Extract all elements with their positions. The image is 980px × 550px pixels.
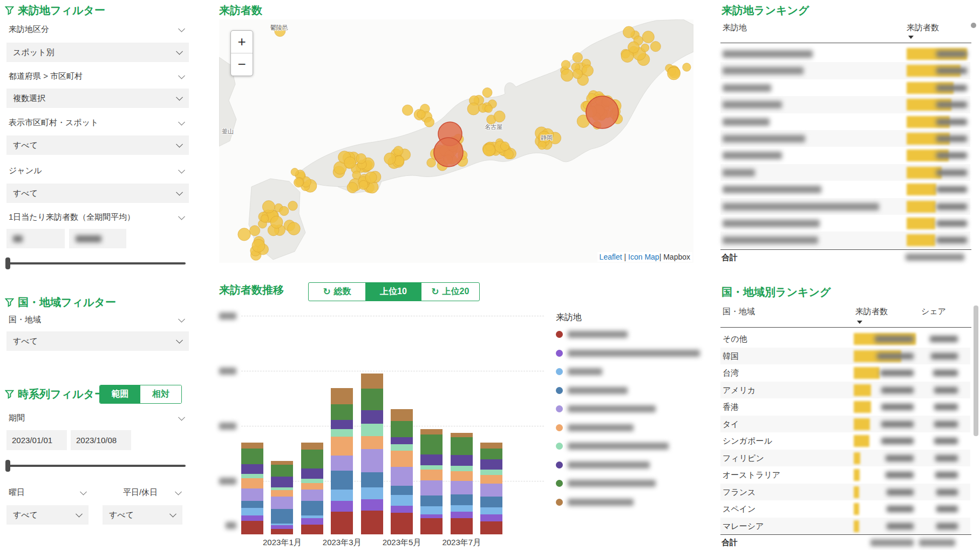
stacked-bar[interactable] [271,461,293,534]
bar-segment[interactable] [391,409,413,421]
toggle-range-button[interactable]: 範囲 [100,385,140,403]
dropdown-spot[interactable]: すべて [6,135,189,155]
dropdown-country[interactable]: すべて [6,331,189,351]
bar-segment[interactable] [480,459,502,469]
trend-button-3[interactable]: ↻上位20 [421,283,479,301]
visitor-dot[interactable] [424,117,434,127]
table-row[interactable] [720,79,970,96]
bar-segment[interactable] [331,501,353,512]
table-row[interactable]: アメリカ [720,382,970,399]
visitor-dot[interactable] [538,141,547,150]
zoom-out-button[interactable]: − [231,53,253,76]
toggle-relative-button[interactable]: 相対 [140,385,181,403]
scrollbar-thumb[interactable] [974,305,978,436]
bar-segment[interactable] [391,486,413,495]
bar-segment[interactable] [301,490,323,501]
visitor-dot[interactable] [288,201,298,211]
bar-segment[interactable] [241,474,263,478]
visitor-dot[interactable] [467,103,480,115]
bar-segment[interactable] [271,497,293,509]
bar-segment[interactable] [420,454,443,465]
bar-segment[interactable] [271,490,293,497]
hotspot-circle[interactable] [434,138,463,167]
bar-segment[interactable] [331,388,353,404]
bar-segment[interactable] [391,513,413,534]
table-row[interactable] [720,113,970,130]
legend-item[interactable] [556,350,700,357]
visitor-dot[interactable] [683,63,691,71]
collapse-chevron-icon[interactable] [178,72,185,79]
bar-segment[interactable] [331,404,353,420]
bar-segment[interactable] [301,443,323,450]
table-row[interactable] [720,232,970,248]
bar-segment[interactable] [420,429,443,434]
bar-segment[interactable] [241,443,263,449]
bar-segment[interactable] [271,525,293,529]
legend-item[interactable] [556,331,628,338]
trend-button-2[interactable]: 上位10 [365,283,421,301]
bar-segment[interactable] [451,518,473,534]
sort-descending-icon[interactable] [908,36,914,39]
stacked-bar[interactable] [241,443,263,534]
bar-segment[interactable] [271,509,293,524]
visitor-dot[interactable] [573,69,582,79]
period-range-slider[interactable] [6,465,186,467]
table-row[interactable]: シンガポール [720,432,970,450]
legend-item[interactable] [556,405,656,412]
visitor-dot[interactable] [344,157,356,169]
visitor-dot[interactable] [628,42,639,53]
ranking-col-place[interactable]: 来訪地 [723,23,747,33]
bar-segment[interactable] [331,471,353,490]
visitor-dot[interactable] [359,180,368,189]
visitor-dot[interactable] [252,239,265,252]
bar-segment[interactable] [391,421,413,437]
date-from-input[interactable]: 2023/01/01 [6,430,67,450]
bar-segment[interactable] [451,466,473,471]
max-visitors-input[interactable] [69,229,126,248]
visitor-dot[interactable] [573,52,583,63]
visitor-dot[interactable] [561,69,574,82]
table-row[interactable] [720,181,970,198]
visitor-dot[interactable] [280,206,289,215]
slider-handle[interactable] [5,257,10,269]
visitor-dot[interactable] [641,44,649,52]
bar-segment[interactable] [480,443,502,449]
bar-segment[interactable] [271,461,293,465]
table-row[interactable]: 韓国 [720,348,970,365]
bar-segment[interactable] [301,483,323,490]
bar-segment[interactable] [301,518,323,525]
dropdown-weekday[interactable]: すべて [6,505,89,525]
visitor-dot[interactable] [270,216,283,228]
visitor-dot[interactable] [668,67,680,80]
stacked-bar[interactable] [331,388,353,534]
visitor-dot[interactable] [482,88,492,98]
dropdown-daytype[interactable]: すべて [103,505,182,525]
visitor-dot[interactable] [650,42,661,52]
legend-item[interactable] [556,499,634,506]
bar-segment[interactable] [361,410,383,424]
hotspot-circle[interactable] [586,96,618,128]
visitor-dot[interactable] [483,144,495,157]
bar-segment[interactable] [451,481,473,494]
bar-segment[interactable] [331,456,353,471]
sort-descending-icon[interactable] [857,321,862,324]
bar-segment[interactable] [420,434,443,454]
visitor-dot[interactable] [262,201,275,213]
bar-segment[interactable] [420,465,443,470]
collapse-chevron-icon[interactable] [175,488,182,495]
visitor-dot[interactable] [347,182,358,193]
bar-segment[interactable] [451,433,473,437]
scrollbar-thumb[interactable] [971,23,976,28]
bar-segment[interactable] [451,494,473,505]
table-row[interactable]: フランス [720,484,970,501]
dropdown-genre[interactable]: すべて [6,184,189,203]
bar-segment[interactable] [361,374,383,389]
table-row[interactable] [720,215,970,232]
bar-segment[interactable] [241,478,263,488]
slider-handle[interactable] [5,460,10,472]
bar-segment[interactable] [361,424,383,436]
visitor-dot[interactable] [642,31,654,43]
bar-segment[interactable] [480,449,502,459]
legend-item[interactable] [556,387,628,394]
table-row[interactable]: 台湾 [720,364,970,382]
